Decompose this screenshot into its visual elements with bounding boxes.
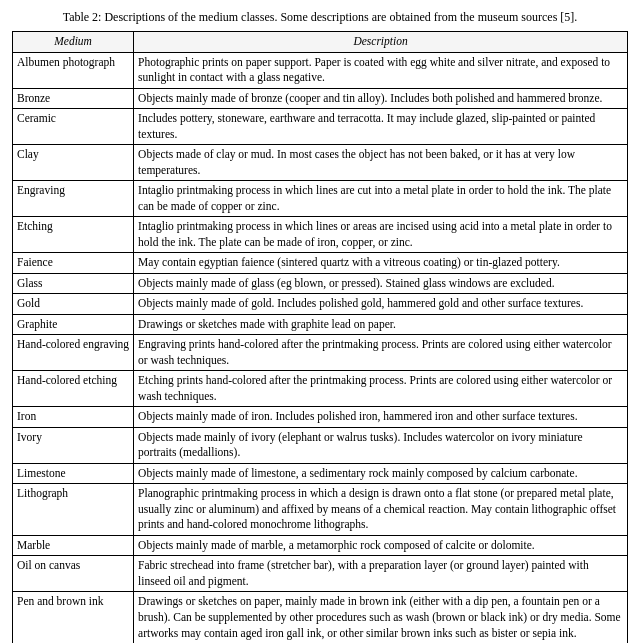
table-row: FaienceMay contain egyptian faience (sin… — [13, 253, 628, 274]
table-caption: Table 2: Descriptions of the medium clas… — [12, 10, 628, 25]
table-row: Albumen photographPhotographic prints on… — [13, 52, 628, 88]
medium-cell: Lithograph — [13, 484, 134, 536]
medium-cell: Bronze — [13, 88, 134, 109]
medium-cell: Hand-colored etching — [13, 371, 134, 407]
table-row: Oil on canvasFabric strechead into frame… — [13, 556, 628, 592]
description-cell: Photographic prints on paper support. Pa… — [134, 52, 628, 88]
description-cell: Intaglio printmaking process in which li… — [134, 217, 628, 253]
medium-cell: Albumen photograph — [13, 52, 134, 88]
table-row: GlassObjects mainly made of glass (eg bl… — [13, 273, 628, 294]
header-description: Description — [134, 32, 628, 53]
description-cell: Intaglio printmaking process in which li… — [134, 181, 628, 217]
table-row: ClayObjects made of clay or mud. In most… — [13, 145, 628, 181]
table-row: IvoryObjects made mainly of ivory (eleph… — [13, 427, 628, 463]
table-row: Hand-colored etchingEtching prints hand-… — [13, 371, 628, 407]
description-cell: Etching prints hand-colored after the pr… — [134, 371, 628, 407]
description-cell: Includes pottery, stoneware, earthware a… — [134, 109, 628, 145]
table-row: MarbleObjects mainly made of marble, a m… — [13, 535, 628, 556]
medium-cell: Graphite — [13, 314, 134, 335]
medium-cell: Marble — [13, 535, 134, 556]
description-cell: Fabric strechead into frame (stretcher b… — [134, 556, 628, 592]
table-row: BronzeObjects mainly made of bronze (coo… — [13, 88, 628, 109]
description-cell: Objects mainly made of glass (eg blown, … — [134, 273, 628, 294]
table-row: LimestoneObjects mainly made of limeston… — [13, 463, 628, 484]
medium-cell: Pen and brown ink — [13, 592, 134, 643]
description-cell: Objects made mainly of ivory (elephant o… — [134, 427, 628, 463]
medium-cell: Clay — [13, 145, 134, 181]
medium-cell: Hand-colored engraving — [13, 335, 134, 371]
medium-cell: Faience — [13, 253, 134, 274]
table-row: EngravingIntaglio printmaking process in… — [13, 181, 628, 217]
table-row: Hand-colored engravingEngraving prints h… — [13, 335, 628, 371]
medium-cell: Iron — [13, 407, 134, 428]
description-cell: Objects mainly made of gold. Includes po… — [134, 294, 628, 315]
table-row: LithographPlanographic printmaking proce… — [13, 484, 628, 536]
table-row: GoldObjects mainly made of gold. Include… — [13, 294, 628, 315]
table-row: CeramicIncludes pottery, stoneware, eart… — [13, 109, 628, 145]
description-cell: Objects mainly made of bronze (cooper an… — [134, 88, 628, 109]
medium-cell: Engraving — [13, 181, 134, 217]
medium-cell: Etching — [13, 217, 134, 253]
description-cell: Objects made of clay or mud. In most cas… — [134, 145, 628, 181]
description-cell: Engraving prints hand-colored after the … — [134, 335, 628, 371]
header-medium: Medium — [13, 32, 134, 53]
description-cell: Objects mainly made of iron. Includes po… — [134, 407, 628, 428]
description-cell: Planographic printmaking process in whic… — [134, 484, 628, 536]
table-row: GraphiteDrawings or sketches made with g… — [13, 314, 628, 335]
table-row: IronObjects mainly made of iron. Include… — [13, 407, 628, 428]
description-cell: Drawings or sketches on paper, mainly ma… — [134, 592, 628, 643]
medium-cell: Glass — [13, 273, 134, 294]
medium-cell: Limestone — [13, 463, 134, 484]
medium-cell: Gold — [13, 294, 134, 315]
medium-cell: Ivory — [13, 427, 134, 463]
description-cell: Drawings or sketches made with graphite … — [134, 314, 628, 335]
medium-table: Medium Description Albumen photographPho… — [12, 31, 628, 643]
description-cell: Objects mainly made of marble, a metamor… — [134, 535, 628, 556]
medium-cell: Ceramic — [13, 109, 134, 145]
description-cell: May contain egyptian faience (sintered q… — [134, 253, 628, 274]
table-row: Pen and brown inkDrawings or sketches on… — [13, 592, 628, 643]
table-row: EtchingIntaglio printmaking process in w… — [13, 217, 628, 253]
medium-cell: Oil on canvas — [13, 556, 134, 592]
description-cell: Objects mainly made of limestone, a sedi… — [134, 463, 628, 484]
